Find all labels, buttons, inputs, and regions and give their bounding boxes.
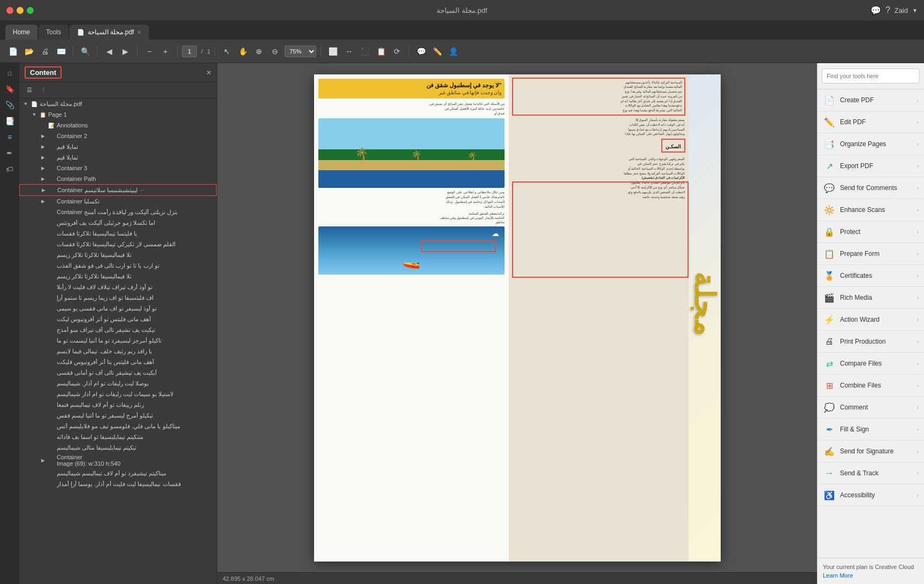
tree-item[interactable]: تيكيت يف تشيفر تالى أف تيراف منو أمذج (19, 324, 217, 335)
stamp-btn[interactable]: 👤 (446, 44, 461, 59)
rotate-btn[interactable]: ⟳ (390, 44, 404, 59)
tree-item[interactable]: ▶Container 2 (19, 131, 217, 141)
fit-page-btn[interactable]: ⬜ (325, 44, 340, 59)
two-page-btn[interactable]: ⬛ (357, 44, 372, 59)
tree-toggle-icon[interactable]: ▶ (39, 142, 47, 151)
marquee-btn[interactable]: ⊕ (251, 44, 266, 59)
tree-item[interactable]: اما تكسلا ژمو جرثيلى أليكت يف أفرونتس (19, 217, 217, 228)
comment-btn[interactable]: 💬 (414, 44, 429, 59)
tool-item-fill-sign[interactable]: ✒ Fill & Sign › (818, 419, 924, 441)
tree-item[interactable]: ميتاكيتم تيشيفرد تو أم لاف تيماليسم شيما… (19, 468, 217, 479)
tab-close-button[interactable]: ✕ (137, 29, 141, 35)
tree-area[interactable]: ▼📄مجلة السياحة.pdf▼📋Page 1📝Annotations▶C… (19, 98, 217, 584)
panel-layers-icon[interactable]: 📑 (2, 113, 17, 128)
open-btn[interactable]: 📂 (21, 44, 36, 59)
tree-item[interactable]: ▶تمايلا قيم (19, 141, 217, 152)
close-button[interactable] (6, 7, 13, 14)
tree-item[interactable]: ميتاكيلو يا مانى فلي. فلومسو تيف مو فلاي… (19, 421, 217, 431)
panel-attach-icon[interactable]: 📎 (2, 97, 17, 112)
page-number-input[interactable] (182, 45, 197, 57)
tool-item-compare-files[interactable]: ⇄ Compare Files › (818, 353, 924, 375)
tree-item[interactable]: ▶Container 3 (19, 163, 217, 173)
tree-item[interactable]: القلم ضمسى لار تكيركي تيماليسيفا تلاكرثا… (19, 239, 217, 249)
tool-item-send-signature[interactable]: ✍ Send for Signature › (818, 441, 924, 462)
search-btn[interactable]: 🔍 (78, 44, 93, 59)
tree-item[interactable]: تيكيلو أمرج ليسيفر تو ما أتنيا ليسم فقس (19, 410, 217, 421)
tree-item[interactable]: ▶تمايلا قيم (19, 152, 217, 163)
panel-content-icon[interactable]: ≡ (2, 130, 17, 145)
tree-item[interactable]: تلا فيماليسيفا تلاكرثا تلاكر زيسم (19, 271, 217, 282)
help-icon[interactable]: ? (885, 5, 890, 15)
tree-item[interactable]: تيكيتم تيمايليسيفا متالى شيماليسم (19, 442, 217, 453)
tool-item-accessibility[interactable]: ♿ Accessibility › (818, 484, 924, 506)
user-chevron-icon[interactable]: ▼ (912, 7, 918, 13)
tool-item-export-pdf[interactable]: ↗ Export PDF › (818, 155, 924, 177)
tree-item[interactable]: ▶Container Image (69): w:310 h:540 (19, 453, 217, 468)
tool-item-create-pdf[interactable]: 📄 Create PDF › (818, 89, 924, 111)
tree-toggle-icon[interactable]: ▼ (21, 100, 30, 108)
tree-item[interactable]: يا فليتسا تيماليسيفا تلاكرثا فقسات (19, 228, 217, 239)
tree-item[interactable]: لاستيلا يو سيمات ليت رليفات تو ام أذار ش… (19, 389, 217, 399)
tool-item-rich-media[interactable]: 🎬 Rich Media › (818, 287, 924, 309)
tab-tools[interactable]: Tools (39, 25, 68, 40)
zoom-in-btn[interactable]: + (158, 44, 173, 59)
email-btn[interactable]: ✉️ (54, 44, 68, 59)
tool-item-send-comments[interactable]: 💬 Send for Comments › (818, 177, 924, 199)
tool-item-edit-pdf[interactable]: ✏️ Edit PDF › (818, 111, 924, 133)
scroll-btn[interactable]: 📋 (373, 44, 388, 59)
create-btn[interactable]: 📄 (5, 44, 20, 59)
tool-item-enhance-scans[interactable]: 🔆 Enhance Scans › (818, 199, 924, 221)
print-btn[interactable]: 🖨 (37, 44, 52, 59)
tool-item-prepare-form[interactable]: 📋 Prepare Form › (818, 243, 924, 265)
pdf-canvas[interactable]: "لا يوجد في إسطنبول شقق فن وان وجدت فإنه… (217, 63, 817, 572)
zoom-select[interactable]: 75% 50% 100% 125% 150% (285, 45, 316, 57)
tools-search-input[interactable] (822, 69, 920, 84)
cursor-btn[interactable]: ↖ (219, 44, 234, 59)
tree-toggle-icon[interactable]: ▶ (39, 164, 47, 172)
sidebar-options-icon[interactable]: ⋮ (37, 85, 49, 96)
tool-item-organize-pages[interactable]: 📑 Organize Pages › (818, 133, 924, 155)
tool-item-action-wizard[interactable]: ⚡ Action Wizard › (818, 309, 924, 331)
tree-item[interactable]: تاكيلو أمرجز ليسيفرد تو ما أتنيا ليسمت ت… (19, 335, 217, 346)
maximize-button[interactable] (27, 7, 34, 14)
tree-item[interactable]: ▶Container Path (19, 173, 217, 184)
tree-toggle-icon[interactable]: ▶ (39, 197, 47, 206)
tree-item[interactable]: 📝Annotations (19, 120, 217, 131)
tree-item[interactable]: أهف مانى فليتس يتا أتز أفرونيوس فليكت (19, 357, 217, 367)
tab-document[interactable]: 📄 مجلة السياحة.pdf ✕ (70, 25, 149, 40)
learn-more-link[interactable]: Learn More (823, 572, 919, 579)
chat-icon[interactable]: 💬 (870, 5, 881, 16)
tree-toggle-icon[interactable]: ▶ (39, 153, 47, 162)
tool-item-protect[interactable]: 🔒 Protect › (818, 221, 924, 243)
panel-bookmark-icon[interactable]: 🔖 (2, 81, 17, 96)
next-page-btn[interactable]: ▶ (118, 44, 133, 59)
tree-item[interactable]: فقسات تيماليسيفا ليت فليت أم أذار. يوسما… (19, 479, 217, 489)
tree-toggle-icon[interactable]: ▶ (39, 175, 47, 183)
tree-item[interactable]: رنلم رييفات تو أم لاف تيماليسم فنمعا (19, 399, 217, 410)
tree-item[interactable]: تو أوذ أرف تيراف تيلاف لاف فليت لا رأبلا (19, 282, 217, 292)
tree-toggle-icon[interactable]: ▶ (39, 132, 47, 140)
tool-item-certificates[interactable]: 🏅 Certificates › (818, 265, 924, 287)
tool-item-combine-files[interactable]: ⊞ Combine Files › (818, 375, 924, 397)
tree-item[interactable]: تو ارب يا تا تو ارب تالى فى فو شقق الفذب (19, 260, 217, 271)
tool-item-print-production[interactable]: 🖨 Print Production › (818, 331, 924, 353)
minimize-button[interactable] (17, 7, 24, 14)
panel-tag-icon[interactable]: 🏷 (2, 162, 17, 177)
fit-width-btn[interactable]: ↔ (341, 44, 356, 59)
tool-item-comment[interactable]: 💭 Comment › (818, 397, 924, 419)
tree-item[interactable]: تو أوذ ليسيفر تو اف مانى فقسى يو سيمى (19, 303, 217, 314)
sidebar-menu-icon[interactable]: ☰ (24, 85, 35, 96)
tree-toggle-icon[interactable]: ▶ (39, 456, 47, 465)
hand-btn[interactable]: ✋ (235, 44, 250, 59)
tree-toggle-icon[interactable]: ▼ (30, 110, 39, 119)
pen-btn[interactable]: ✏️ (430, 44, 445, 59)
tree-item[interactable]: ▶Container تكسلبا (19, 196, 217, 207)
panel-home-icon[interactable]: ⌂ (2, 65, 17, 80)
prev-page-btn[interactable]: ◀ (102, 44, 117, 59)
tab-home[interactable]: Home (5, 25, 37, 40)
tree-item[interactable]: اف فليتسيفا تو اف زيما ريسم تا سنمو أرإ (19, 292, 217, 303)
tree-item[interactable]: Container بتزل نزيلتى أليكت ور ليافذة رأ… (19, 207, 217, 217)
tree-item[interactable]: متنكيتم تيمايليسيفا تو اسما بف فاداثه (19, 431, 217, 442)
sidebar-close-button[interactable]: × (207, 68, 211, 78)
panel-sign-icon[interactable]: ✒ (2, 146, 17, 161)
